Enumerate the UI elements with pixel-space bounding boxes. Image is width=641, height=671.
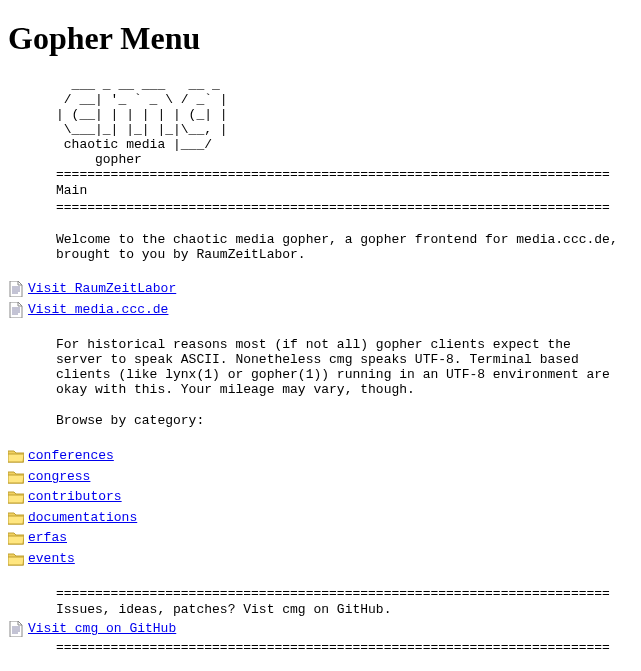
category-erfas[interactable]: erfas [28,528,67,548]
folder-icon [8,510,24,526]
link-label: conferences [28,448,114,463]
category-congress[interactable]: congress [28,467,90,487]
link-github[interactable]: Visit cmg on GitHub [28,619,176,639]
link-mediaccc[interactable]: Visit media.ccc.de [28,300,168,320]
link-label: contributors [28,489,122,504]
folder-icon [8,551,24,567]
ascii-art-line-2: | (__| | | | | | (_| | [8,107,633,122]
historical-text: For historical reasons most (if not all)… [8,337,633,397]
browse-label: Browse by category: [8,413,633,429]
welcome-text: Welcome to the chaotic media gopher, a g… [8,232,633,262]
category-conferences[interactable]: conferences [28,446,114,466]
divider: ========================================… [8,586,633,602]
link-label: Visit RaumZeitLabor [28,281,176,296]
file-icon [8,621,24,637]
link-label: Visit media.ccc.de [28,302,168,317]
category-documentations[interactable]: documentations [28,508,137,528]
file-icon [8,302,24,318]
ascii-art-line-3: \___|_| |_| |_|\__, | [8,122,633,137]
link-label: Visit cmg on GitHub [28,621,176,636]
link-label: congress [28,469,90,484]
category-events[interactable]: events [28,549,75,569]
page-title: Gopher Menu [8,20,633,57]
ascii-art-line-4: chaotic media |___/ [8,137,633,152]
divider: ========================================… [8,200,633,216]
folder-icon [8,530,24,546]
link-raumzeitlabor[interactable]: Visit RaumZeitLabor [28,279,176,299]
divider: ========================================… [8,640,633,656]
category-contributors[interactable]: contributors [28,487,122,507]
link-label: documentations [28,510,137,525]
ascii-art-line-1: / __| '_ ` _ \ / _` | [8,92,633,107]
link-label: erfas [28,530,67,545]
folder-icon [8,489,24,505]
file-icon [8,281,24,297]
issues-text: Issues, ideas, patches? Vist cmg on GitH… [8,602,633,618]
ascii-art-line-0: ___ _ __ ___ __ _ [8,77,633,92]
folder-icon [8,469,24,485]
folder-icon [8,448,24,464]
divider: ========================================… [8,167,633,183]
link-label: events [28,551,75,566]
main-label: Main [8,183,633,199]
ascii-art-line-5: gopher [8,152,633,167]
